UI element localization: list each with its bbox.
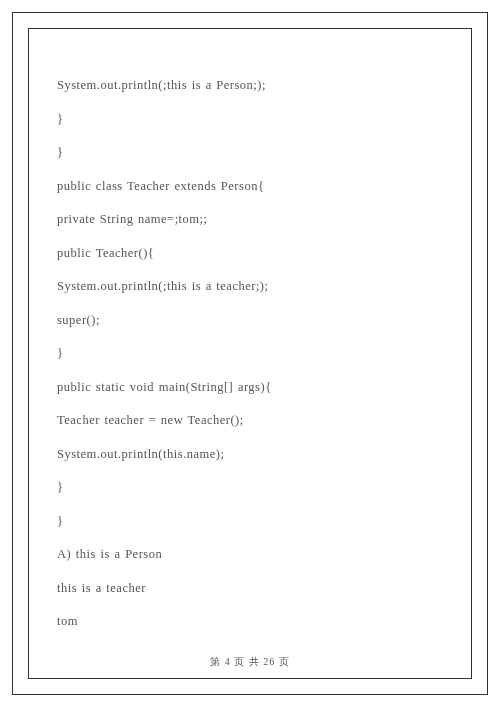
code-line: tom [57, 613, 443, 631]
code-line: System.out.println(this.name); [57, 446, 443, 464]
page-footer: 第 4 页 共 26 页 [0, 655, 500, 669]
code-line: } [57, 479, 443, 497]
code-line: public class Teacher extends Person{ [57, 178, 443, 196]
code-line: this is a teacher [57, 580, 443, 598]
code-line: A) this is a Person [57, 546, 443, 564]
code-line: private String name=;tom;; [57, 211, 443, 229]
inner-page-border: System.out.println(;this is a Person;); … [28, 28, 472, 679]
code-line: System.out.println(;this is a Person;); [57, 77, 443, 95]
code-line: Teacher teacher = new Teacher(); [57, 412, 443, 430]
code-line: public static void main(String[] args){ [57, 379, 443, 397]
code-line: } [57, 144, 443, 162]
code-line: super(); [57, 312, 443, 330]
code-line: } [57, 111, 443, 129]
code-line: System.out.println(;this is a teacher;); [57, 278, 443, 296]
code-line: public Teacher(){ [57, 245, 443, 263]
code-line: } [57, 513, 443, 531]
code-line: } [57, 345, 443, 363]
